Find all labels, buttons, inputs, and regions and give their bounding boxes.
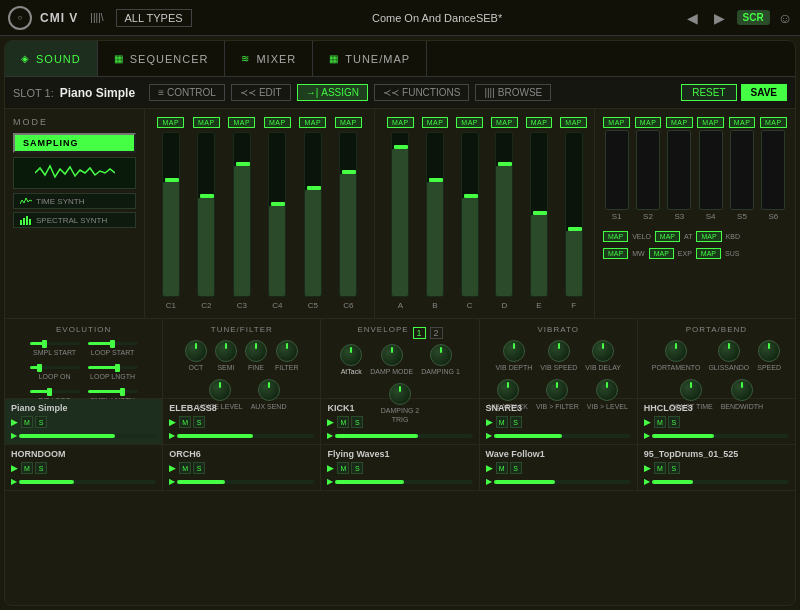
fader-c6-track[interactable] (339, 132, 357, 297)
control-button[interactable]: ≡CONTROL (149, 84, 225, 101)
spectral-synth-button[interactable]: SPECTRAL SYNTH (13, 212, 136, 228)
browse-button[interactable]: ||||BROWSE (475, 84, 551, 101)
semi-knob[interactable] (215, 340, 237, 362)
fader-s6-track[interactable] (761, 130, 785, 210)
prev-button[interactable]: ◀ (683, 8, 702, 28)
logo[interactable]: ○ (8, 6, 32, 30)
aux-send-knob[interactable] (258, 379, 280, 401)
map-s6-button[interactable]: MAP (760, 117, 787, 128)
horndoom-folder-icon[interactable]: ▶ (11, 463, 18, 473)
kick-fader[interactable] (335, 434, 472, 438)
tab-mixer[interactable]: ≋ MIXER (225, 41, 313, 76)
at-button[interactable]: MAP (655, 231, 680, 242)
attack-knob[interactable] (340, 344, 362, 366)
snare-folder-icon[interactable]: ▶ (486, 417, 493, 427)
map-s2-button[interactable]: MAP (635, 117, 662, 128)
flying-play-icon[interactable]: ▶ (327, 477, 333, 486)
fader-c3-track[interactable] (233, 132, 251, 297)
loop-lngth-slider[interactable] (88, 366, 138, 369)
fader-s3-track[interactable] (667, 130, 691, 210)
exp-button[interactable]: MAP (649, 248, 674, 259)
map-b-button[interactable]: MAP (422, 117, 449, 128)
map-s5-button[interactable]: MAP (729, 117, 756, 128)
mw-button[interactable]: MAP (603, 248, 628, 259)
map-c-button[interactable]: MAP (456, 117, 483, 128)
topdrums-folder-icon[interactable]: ▶ (644, 463, 651, 473)
speed-knob[interactable] (758, 340, 780, 362)
horndoom-fader[interactable] (19, 480, 156, 484)
fine-knob[interactable] (245, 340, 267, 362)
wavefollow-s-button[interactable]: S (510, 462, 522, 474)
time-synth-button[interactable]: TIME SYNTH (13, 193, 136, 209)
filter-knob[interactable] (276, 340, 298, 362)
fader-s4-track[interactable] (699, 130, 723, 210)
map-c2-button[interactable]: MAP (193, 117, 220, 128)
topdrums-s-button[interactable]: S (668, 462, 680, 474)
hhclose-play-icon[interactable]: ▶ (644, 431, 650, 440)
fader-c2-track[interactable] (197, 132, 215, 297)
velo-button[interactable]: MAP (603, 231, 628, 242)
kick-m-button[interactable]: M (337, 416, 349, 428)
kbd-button[interactable]: MAP (696, 231, 721, 242)
horndoom-s-button[interactable]: S (35, 462, 47, 474)
hhclose-m-button[interactable]: M (654, 416, 666, 428)
elebass-s-button[interactable]: S (193, 416, 205, 428)
fader-d-track[interactable] (495, 132, 513, 297)
map-s4-button[interactable]: MAP (697, 117, 724, 128)
fader-c4-track[interactable] (268, 132, 286, 297)
const-time-knob[interactable] (680, 379, 702, 401)
bendwidth-knob[interactable] (731, 379, 753, 401)
sus-button[interactable]: MAP (696, 248, 721, 259)
topdrums-m-button[interactable]: M (654, 462, 666, 474)
scr-button[interactable]: SCR (737, 10, 770, 25)
fader-c1-track[interactable] (162, 132, 180, 297)
elebass-folder-icon[interactable]: ▶ (169, 417, 176, 427)
horndoom-play-icon[interactable]: ▶ (11, 477, 17, 486)
fader-s5-track[interactable] (730, 130, 754, 210)
glissando-knob[interactable] (718, 340, 740, 362)
fader-f-track[interactable] (565, 132, 583, 297)
elebass-m-button[interactable]: M (179, 416, 191, 428)
tab-sequencer[interactable]: ▦ SEQUENCER (98, 41, 226, 76)
vib-delay-knob[interactable] (592, 340, 614, 362)
kick-play-icon[interactable]: ▶ (327, 431, 333, 440)
voice-level-knob[interactable] (209, 379, 231, 401)
flying-s-button[interactable]: S (351, 462, 363, 474)
piano-play-icon[interactable]: ▶ (11, 431, 17, 440)
snare-play-icon[interactable]: ▶ (486, 431, 492, 440)
fader-e-track[interactable] (530, 132, 548, 297)
assign-button[interactable]: →|ASSIGN (297, 84, 368, 101)
type-selector[interactable]: ALL TYPES (116, 9, 192, 27)
user-icon[interactable]: ☺ (778, 10, 792, 26)
flying-folder-icon[interactable]: ▶ (327, 463, 334, 473)
horndoom-m-button[interactable]: M (21, 462, 33, 474)
fader-s1-track[interactable] (605, 130, 629, 210)
flying-m-button[interactable]: M (337, 462, 349, 474)
envelope-tab2[interactable]: 2 (430, 327, 443, 339)
map-c3-button[interactable]: MAP (228, 117, 255, 128)
elebass-fader[interactable] (177, 434, 314, 438)
damping2-knob[interactable] (389, 383, 411, 405)
snare-fader[interactable] (494, 434, 631, 438)
damping1-knob[interactable] (430, 344, 452, 366)
elebass-play-icon[interactable]: ▶ (169, 431, 175, 440)
map-c1-button[interactable]: MAP (157, 117, 184, 128)
save-button[interactable]: SAVE (741, 84, 788, 101)
map-a-button[interactable]: MAP (387, 117, 414, 128)
smpl-start-slider[interactable] (30, 342, 80, 345)
bf-loop-slider[interactable] (30, 390, 80, 393)
piano-fader[interactable] (19, 434, 156, 438)
map-s1-button[interactable]: MAP (603, 117, 630, 128)
topdrums-fader[interactable] (652, 480, 789, 484)
piano-folder-icon[interactable]: ▶ (11, 417, 18, 427)
hhclose-fader[interactable] (652, 434, 789, 438)
wavefollow-play-icon[interactable]: ▶ (486, 477, 492, 486)
smpl-lngth-slider[interactable] (88, 390, 138, 393)
wavefollow-folder-icon[interactable]: ▶ (486, 463, 493, 473)
vib-attack-knob[interactable] (497, 379, 519, 401)
map-c4-button[interactable]: MAP (264, 117, 291, 128)
fader-c5-track[interactable] (304, 132, 322, 297)
fader-c-track[interactable] (461, 132, 479, 297)
map-f-button[interactable]: MAP (560, 117, 587, 128)
loop-start-slider[interactable] (88, 342, 138, 345)
